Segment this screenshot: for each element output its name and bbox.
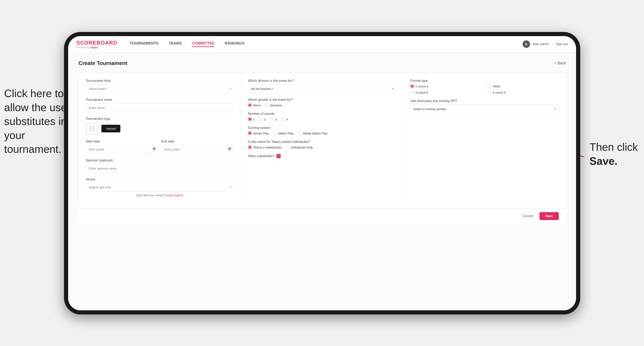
date-row: Start date 📅 End date 📅 bbox=[86, 140, 234, 154]
gender-mens-radio[interactable] bbox=[248, 103, 252, 107]
teams-radio[interactable] bbox=[248, 145, 252, 149]
scoring-match[interactable]: Match Play bbox=[273, 131, 294, 135]
gender-label: Which gender is the event for? bbox=[248, 98, 396, 102]
logo-scoreboard: SCOREBOARD bbox=[76, 40, 117, 46]
logo-area: SCOREBOARD Powered by clippd bbox=[76, 40, 117, 49]
format-5count4-radio[interactable] bbox=[410, 84, 414, 88]
tablet-frame: SCOREBOARD Powered by clippd TOURNAMENTS… bbox=[64, 32, 580, 315]
division-select-wrapper: NCAA Division I bbox=[248, 84, 396, 93]
cancel-button[interactable]: Cancel bbox=[519, 212, 536, 220]
svg-point-3 bbox=[91, 127, 92, 128]
substitutes-group: Allow substitutes? bbox=[248, 154, 396, 158]
tournament-logo-group: Tournament logo Upload bbox=[86, 117, 234, 135]
end-date-wrapper: 📅 bbox=[161, 145, 234, 154]
scoring-radio-group: Stroke Play Match Play Medal Match Play bbox=[248, 131, 396, 135]
end-date-input[interactable] bbox=[161, 145, 234, 154]
upload-button[interactable]: Upload bbox=[102, 125, 120, 132]
logo-upload-area: Upload bbox=[86, 122, 234, 135]
logo-powered: Powered by clippd bbox=[76, 46, 117, 49]
back-link[interactable]: < Back bbox=[554, 61, 566, 65]
rounds-radio-group: 1 2 3 4 bbox=[248, 117, 396, 121]
nav-username: blair admin bbox=[533, 42, 549, 46]
nav-teams[interactable]: TEAMS bbox=[169, 41, 182, 47]
scoring-stroke[interactable]: Stroke Play bbox=[248, 131, 269, 135]
format-label: Format type bbox=[410, 79, 558, 83]
tournament-name-label: Tournament name bbox=[86, 98, 234, 102]
scoring-medal-match[interactable]: Medal Match Play bbox=[298, 131, 328, 135]
form-col-2: Which division is the event for? NCAA Di… bbox=[241, 73, 403, 208]
sponsor-label: Sponsor (optional) bbox=[86, 159, 234, 162]
division-select[interactable]: NCAA Division I bbox=[248, 84, 396, 93]
rounds-2-radio[interactable] bbox=[259, 117, 263, 121]
start-date-input[interactable] bbox=[86, 145, 158, 154]
tournament-host-input[interactable] bbox=[86, 84, 234, 93]
form-footer: Cancel Save bbox=[78, 208, 566, 224]
rounds-3[interactable]: 3 bbox=[270, 117, 277, 121]
scoring-api-select[interactable]: Select a scoring service bbox=[410, 105, 558, 113]
gender-womens[interactable]: Womens bbox=[265, 103, 282, 107]
gender-radio-group: Mens Womens bbox=[248, 103, 396, 107]
teams-radio-group: Teams (+Individuals) Individuals Only bbox=[248, 145, 396, 149]
scoring-label: Scoring system bbox=[248, 126, 396, 130]
format-6count5[interactable]: 6 count 5 bbox=[488, 91, 558, 94]
venue-label: Venue bbox=[86, 177, 234, 181]
rounds-group: Number of rounds 1 2 bbox=[248, 112, 396, 121]
division-label: Which division is the event for? bbox=[248, 79, 396, 83]
main-content: Create Tournament < Back Tournament Host bbox=[68, 53, 576, 310]
logo-placeholder bbox=[86, 122, 98, 135]
form-col-3: Format type 5 count 4 Other bbox=[403, 73, 566, 208]
rounds-4-radio[interactable] bbox=[281, 117, 285, 121]
start-date-group: Start date 📅 bbox=[86, 140, 158, 154]
scoring-api-label: Use third-party live scoring API? bbox=[410, 99, 558, 103]
tournament-name-input[interactable] bbox=[86, 103, 234, 112]
venue-help: Can't find your venue? email support bbox=[86, 194, 234, 197]
division-group: Which division is the event for? NCAA Di… bbox=[248, 79, 396, 93]
form-col-1: Tournament Host Tournament name Tourname… bbox=[79, 73, 241, 208]
format-other[interactable]: Other bbox=[488, 84, 558, 88]
nav-links: TOURNAMENTS TEAMS COMMITTEE RANKINGS bbox=[130, 41, 522, 47]
format-other-radio[interactable] bbox=[488, 84, 491, 88]
sponsor-input[interactable] bbox=[86, 164, 234, 173]
nav-tournaments[interactable]: TOURNAMENTS bbox=[130, 41, 158, 47]
teams-group: Is this event for Teams and/or Individua… bbox=[248, 140, 396, 149]
tournament-host-label: Tournament Host bbox=[86, 79, 234, 83]
rounds-4[interactable]: 4 bbox=[281, 117, 288, 121]
tournament-name-group: Tournament name bbox=[86, 98, 234, 112]
gender-group: Which gender is the event for? Mens Wome… bbox=[248, 98, 396, 107]
sponsor-group: Sponsor (optional) bbox=[86, 159, 234, 173]
gender-mens[interactable]: Mens bbox=[248, 103, 261, 107]
gender-womens-radio[interactable] bbox=[265, 103, 269, 107]
email-support-link[interactable]: email support bbox=[166, 194, 183, 197]
rounds-label: Number of rounds bbox=[248, 112, 396, 116]
save-button[interactable]: Save bbox=[540, 212, 559, 220]
rounds-1-radio[interactable] bbox=[248, 117, 252, 121]
end-date-label: End date bbox=[161, 140, 234, 143]
rounds-1[interactable]: 1 bbox=[248, 117, 255, 121]
format-5count4[interactable]: 5 count 4 bbox=[410, 84, 481, 88]
scoring-stroke-radio[interactable] bbox=[248, 131, 252, 135]
substitutes-checkbox[interactable] bbox=[276, 154, 280, 158]
rounds-2[interactable]: 2 bbox=[259, 117, 266, 121]
scoring-match-radio[interactable] bbox=[273, 131, 277, 135]
nav-rankings[interactable]: RANKINGS bbox=[225, 41, 244, 47]
individuals-only[interactable]: Individuals Only bbox=[286, 145, 313, 149]
scoring-api-group: Use third-party live scoring API? Select… bbox=[410, 99, 558, 113]
format-6count5-radio[interactable] bbox=[488, 91, 491, 94]
format-6count4[interactable]: 6 count 4 bbox=[410, 91, 481, 94]
format-6count4-radio[interactable] bbox=[410, 91, 414, 94]
navbar: SCOREBOARD Powered by clippd TOURNAMENTS… bbox=[68, 36, 576, 53]
teams-label: Is this event for Teams and/or Individua… bbox=[248, 140, 396, 144]
page-header: Create Tournament < Back bbox=[78, 60, 566, 66]
venue-input[interactable] bbox=[86, 183, 234, 191]
teams-plus-individuals[interactable]: Teams (+Individuals) bbox=[248, 145, 282, 149]
individuals-only-radio[interactable] bbox=[286, 145, 290, 149]
tablet-screen: SCOREBOARD Powered by clippd TOURNAMENTS… bbox=[68, 36, 576, 310]
rounds-3-radio[interactable] bbox=[270, 117, 274, 121]
scoring-medal-match-radio[interactable] bbox=[298, 131, 302, 135]
nav-committee[interactable]: COMMITTEE bbox=[192, 41, 214, 47]
scoring-api-select-wrapper: Select a scoring service bbox=[410, 105, 558, 113]
create-tournament-form: Tournament Host Tournament name Tourname… bbox=[78, 73, 566, 208]
nav-avatar: B bbox=[522, 40, 530, 48]
venue-select-wrapper bbox=[86, 183, 234, 191]
sign-out-link[interactable]: Sign out bbox=[556, 42, 568, 46]
